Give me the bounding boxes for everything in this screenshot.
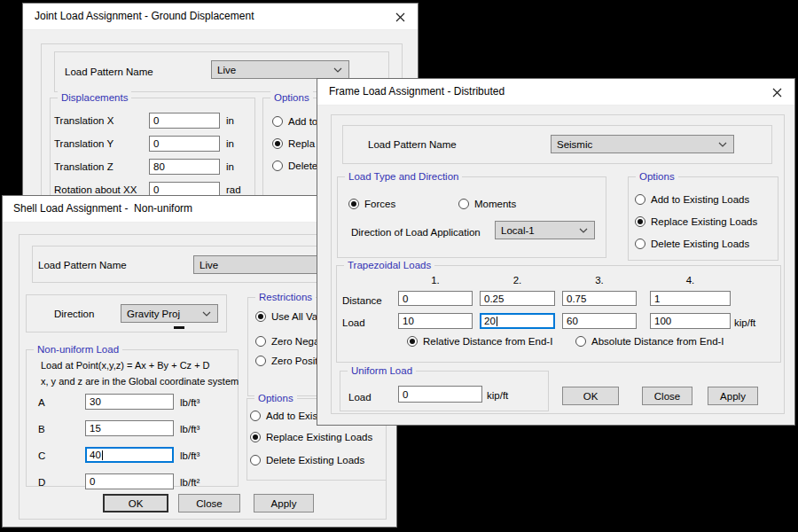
nonuniform-note: x, y and z are in the Global coordinate … [41, 375, 239, 387]
coefficient-c-unit: lb/ft³ [180, 450, 200, 462]
shell-close-button[interactable]: Close [178, 494, 240, 512]
x-icon [772, 88, 782, 98]
radio-icon [407, 336, 418, 347]
forces-radio[interactable]: Forces [348, 199, 395, 209]
displacements-label: Displacements [58, 91, 131, 104]
frame-ok-button[interactable]: OK [562, 387, 619, 405]
load-4-field[interactable]: 100 [650, 313, 731, 329]
zero-positive-radio[interactable]: Zero Positi [255, 356, 320, 366]
x-icon [395, 12, 405, 22]
radio-icon [348, 199, 359, 209]
chevron-down-icon [579, 228, 588, 233]
coefficient-d-field[interactable]: 0 [85, 473, 174, 489]
frame-delete-option-radio[interactable]: Delete Existing Loads [635, 239, 749, 249]
joint-delete-option-radio[interactable]: Delete [272, 160, 317, 171]
radio-icon [255, 336, 266, 347]
column-header-1: 1. [398, 274, 473, 286]
load-3-field[interactable]: 60 [562, 313, 637, 329]
coefficient-b-field[interactable]: 15 [85, 420, 174, 436]
chevron-down-icon [718, 142, 727, 147]
distance-1-field[interactable]: 0 [398, 291, 473, 306]
load-direction-select[interactable]: Local-1 [495, 221, 595, 239]
shell-options-label: Options [254, 392, 297, 404]
translation-y-label: Translation Y [54, 137, 113, 150]
radio-icon [458, 199, 469, 209]
radio-icon [635, 194, 645, 205]
coefficient-d-unit: lb/ft² [180, 476, 200, 489]
nonuniform-formula: Load at Point(x,y,z) = Ax + By + Cz + D [41, 359, 210, 372]
coefficient-b-unit: lb/ft³ [180, 423, 200, 435]
column-header-3: 3. [562, 274, 637, 286]
translation-x-field[interactable]: 0 [149, 113, 220, 129]
frame-close-button-bottom[interactable]: Close [642, 387, 692, 405]
shell-add-option-radio[interactable]: Add to Exis [250, 411, 317, 421]
absolute-distance-radio[interactable]: Absolute Distance from End-I [575, 336, 724, 347]
frame-title: Frame Load Assignment - Distributed [329, 85, 505, 98]
translation-x-unit: in [226, 114, 234, 127]
shell-delete-option-radio[interactable]: Delete Existing Loads [250, 455, 364, 466]
distance-3-field[interactable]: 0.75 [562, 291, 637, 306]
joint-add-option-radio[interactable]: Add to [272, 116, 317, 127]
rotation-xx-label: Rotation about XX [54, 184, 137, 196]
coefficient-c-field[interactable]: 40 [85, 447, 174, 463]
coefficient-b-label: B [38, 423, 45, 435]
translation-z-label: Translation Z [54, 160, 113, 173]
coefficient-a-label: A [38, 396, 45, 409]
column-header-2: 2. [480, 274, 555, 286]
frame-load-pattern-value: Seismic [557, 139, 592, 150]
load-direction-value: Local-1 [501, 225, 535, 236]
frame-close-button[interactable] [770, 85, 784, 99]
zero-negative-radio[interactable]: Zero Negat [255, 336, 323, 347]
radio-icon [250, 411, 261, 421]
direction-value: Gravity Proj [127, 309, 180, 319]
translation-x-label: Translation X [54, 114, 113, 127]
translation-z-field[interactable]: 80 [149, 159, 220, 175]
coefficient-a-unit: lb/ft³ [180, 396, 200, 409]
frame-options-label: Options [636, 170, 678, 183]
joint-options-label: Options [270, 91, 313, 104]
frame-load-pattern-select[interactable]: Seismic [551, 135, 734, 153]
moments-radio[interactable]: Moments [458, 199, 516, 209]
joint-load-pattern-select[interactable]: Live [211, 60, 349, 79]
restrictions-label: Restrictions [255, 291, 316, 303]
load-type-label: Load Type and Direction [345, 170, 462, 183]
load-direction-label: Direction of Load Application [351, 226, 481, 239]
distance-2-field[interactable]: 0.25 [480, 291, 555, 306]
distance-row-label: Distance [342, 294, 382, 307]
coefficient-a-field[interactable]: 30 [85, 394, 174, 410]
coefficient-c-label: C [38, 450, 45, 462]
joint-replace-option-radio[interactable]: Repla [272, 138, 315, 149]
frame-add-option-radio[interactable]: Add to Existing Loads [635, 194, 749, 205]
radio-icon [255, 311, 266, 322]
shell-replace-option-radio[interactable]: Replace Existing Loads [250, 432, 372, 442]
load-type-box: Load Type and Direction [337, 176, 606, 258]
radio-icon [250, 432, 261, 442]
radio-icon [272, 160, 283, 171]
use-all-values-radio[interactable]: Use All Val [255, 311, 320, 322]
column-header-4: 4. [650, 274, 731, 286]
load-2-field[interactable]: 20 [480, 313, 555, 329]
radio-icon [272, 138, 283, 149]
shell-load-pattern-value: Live [200, 260, 218, 270]
frame-replace-option-radio[interactable]: Replace Existing Loads [635, 216, 757, 227]
joint-load-pattern-label: Load Pattern Name [65, 66, 153, 78]
relative-distance-radio[interactable]: Relative Distance from End-I [407, 336, 552, 347]
uniform-load-label: Uniform Load [348, 364, 416, 377]
shell-title: Shell Load Assignment - Non-uniform [13, 202, 192, 215]
text-caret [497, 317, 497, 326]
joint-close-button[interactable] [393, 10, 407, 24]
radio-icon [250, 455, 261, 466]
distance-4-field[interactable]: 1 [650, 291, 731, 306]
shell-ok-button[interactable]: OK [103, 494, 168, 512]
text-caret [102, 450, 103, 460]
load-1-field[interactable]: 10 [398, 313, 473, 329]
trapezoidal-unit: kip/ft [734, 317, 755, 329]
direction-select[interactable]: Gravity Proj [121, 304, 218, 323]
uniform-load-unit: kip/ft [487, 389, 508, 402]
joint-load-pattern-value: Live [217, 65, 236, 75]
translation-y-field[interactable]: 0 [149, 136, 220, 152]
frame-load-pattern-label: Load Pattern Name [368, 138, 457, 151]
uniform-load-field[interactable]: 0 [398, 386, 482, 403]
frame-apply-button[interactable]: Apply [708, 387, 758, 405]
shell-apply-button[interactable]: Apply [254, 494, 314, 512]
